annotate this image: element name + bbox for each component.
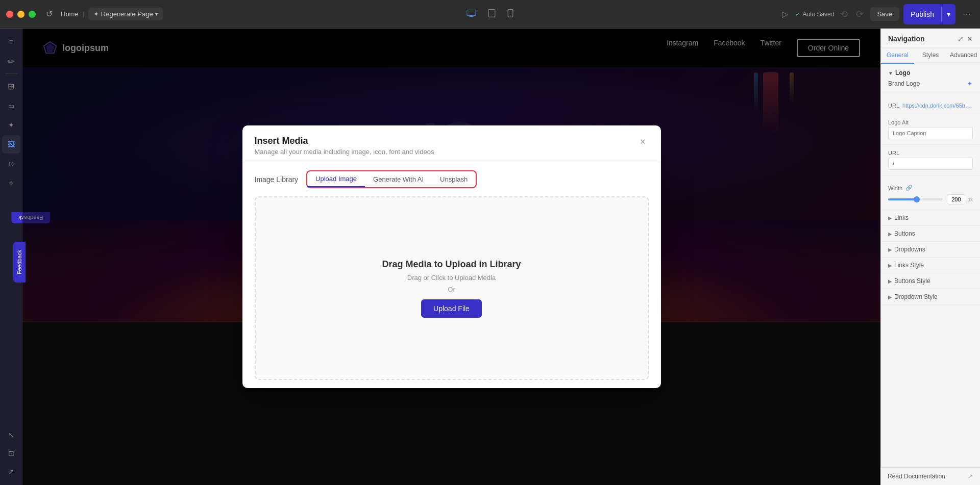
sidebar-item-page[interactable]: ▭ [2,96,20,115]
modal-title-group: Insert Media Manage all your media inclu… [255,136,434,156]
tab-image-library[interactable]: Image Library [255,172,299,187]
svg-rect-2 [470,16,474,17]
logo-collapse-icon: ▼ [888,70,893,76]
sidebar-item-edit[interactable]: ✏ [2,52,20,70]
tab-upload-image[interactable]: Upload Image [307,171,365,187]
logo-section-title[interactable]: ▼ Logo [888,69,973,76]
extra-menu-icon[interactable]: ⋯ [960,9,974,19]
title-bar-left: ↺ Home | ✦ Regenerate Page ▾ [42,7,779,21]
window-controls [6,11,36,18]
buttons-arrow-icon: ▶ [888,231,892,237]
width-label: Width [888,185,902,191]
tab-unsplash[interactable]: Unsplash [432,171,476,187]
right-panel: Navigation ⤢ ✕ General Styles Advanced ▼… [880,29,980,485]
sidebar-item-grid[interactable]: ⊞ [2,77,20,95]
brand-logo-edit-icon[interactable]: ✦ [967,80,973,88]
desktop-view-button[interactable] [463,8,480,20]
auto-saved-status: ✓ Auto Saved [795,11,834,18]
tab-advanced[interactable]: Advanced [947,47,980,64]
regenerate-page-button[interactable]: ✦ Regenerate Page ▾ [88,8,163,20]
tab-generate-ai[interactable]: Generate With AI [365,171,432,187]
svg-rect-1 [471,15,473,16]
tab-styles[interactable]: Styles [914,47,947,64]
panel-title: Navigation [888,35,925,43]
links-section[interactable]: ▶ Links [881,210,980,226]
modal-body: Image Library Upload Image Generate With… [242,162,661,388]
links-style-section[interactable]: ▶ Links Style [881,258,980,273]
sidebar-item-media[interactable]: 🖼 [2,135,20,154]
logo-alt-input[interactable] [888,127,973,139]
upload-file-button[interactable]: Upload File [421,299,482,318]
sidebar-item-draw[interactable]: ✦ [2,116,20,134]
sidebar-item-layout[interactable]: ⊡ [2,444,20,463]
width-unit-label[interactable]: px [967,197,973,202]
width-value-input[interactable] [947,194,965,205]
mobile-view-button[interactable] [504,7,518,21]
url-value[interactable]: https://cdn.dorik.com/65b8a09 [902,103,973,109]
title-bar: ↺ Home | ✦ Regenerate Page ▾ ▷ ✓ Auto Sa… [0,0,980,29]
buttons-section[interactable]: ▶ Buttons [881,226,980,242]
read-documentation-button[interactable]: Read Documentation ↗ [880,467,980,485]
upload-dropzone[interactable]: Drag Media to Upload in Library Drag or … [255,196,649,380]
modal-subtitle: Manage all your media including image, i… [255,148,434,156]
width-slider[interactable] [888,198,943,200]
url2-section: URL [881,145,980,175]
title-bar-center [463,7,518,21]
insert-media-modal: Insert Media Manage all your media inclu… [242,125,661,388]
feedback-pill[interactable]: Feedback [13,241,26,282]
url-label: URL [888,103,899,109]
width-input-container: px [947,194,973,205]
publish-chevron-icon[interactable]: ▾ [941,7,955,21]
panel-close-icon[interactable]: ✕ [967,35,973,43]
home-tab[interactable]: Home [61,10,79,18]
title-bar-right: ▷ ✓ Auto Saved ⟲ ⟳ Save Publish ▾ ⋯ [779,4,974,24]
tablet-view-button[interactable] [484,7,500,21]
panel-expand-icon[interactable]: ⤢ [958,35,964,43]
maximize-window-btn[interactable] [29,11,36,18]
publish-button[interactable]: Publish ▾ [903,4,955,24]
buttons-style-section[interactable]: ▶ Buttons Style [881,273,980,289]
sidebar-item-layers[interactable]: ≡ [2,33,20,51]
modal-tabs-row: Image Library Upload Image Generate With… [255,170,649,188]
check-icon: ✓ [795,11,800,18]
save-button[interactable]: Save [870,7,899,21]
svg-point-6 [510,16,510,16]
links-arrow-icon: ▶ [888,215,892,221]
buttons-style-arrow-icon: ▶ [888,278,892,284]
logo-alt-label: Logo Alt [888,119,973,125]
dropdown-style-section[interactable]: ▶ Dropdown Style [881,289,980,305]
panel-header: Navigation ⤢ ✕ [881,29,980,47]
sidebar-item-settings[interactable]: ⊙ [2,155,20,173]
upload-zone-subtitle: Drag or Click to Upload Media [407,274,496,282]
dropdowns-section[interactable]: ▶ Dropdowns [881,242,980,258]
url2-label: URL [888,150,973,156]
tab-general[interactable]: General [881,47,914,64]
refresh-icon[interactable]: ↺ [42,7,57,21]
svg-rect-0 [467,10,476,15]
svg-point-4 [492,16,493,17]
links-style-arrow-icon: ▶ [888,263,892,268]
width-label-row: Width 🔗 [888,185,973,191]
minimize-window-btn[interactable] [17,11,24,18]
modal-close-button[interactable]: × [637,136,649,148]
slider-knob[interactable] [914,196,920,202]
publish-button-group: Publish ▾ [903,4,955,24]
sidebar-bottom: ⤡ ⊡ ↗ [2,426,20,481]
modal-title: Insert Media [255,136,434,146]
play-icon[interactable]: ▷ [779,7,791,21]
sidebar-item-resize[interactable]: ⤡ [2,426,20,444]
sidebar-item-plugin[interactable]: ✧ [2,174,20,192]
width-slider-row: px [888,194,973,205]
dropdowns-arrow-icon: ▶ [888,247,892,252]
close-window-btn[interactable] [6,11,13,18]
url-section: URL https://cdn.dorik.com/65b8a09 [881,93,980,114]
panel-tabs: General Styles Advanced [881,47,980,64]
logo-alt-section: Logo Alt [881,114,980,145]
sidebar-item-share[interactable]: ↗ [2,463,20,481]
modal-overlay[interactable]: Insert Media Manage all your media inclu… [22,29,880,485]
brand-logo-row: Brand Logo ✦ [888,80,973,88]
width-link-icon[interactable]: 🔗 [905,185,913,191]
upload-or-label: Or [448,286,455,293]
url2-input[interactable] [888,158,973,170]
width-section: Width 🔗 px [881,175,980,210]
